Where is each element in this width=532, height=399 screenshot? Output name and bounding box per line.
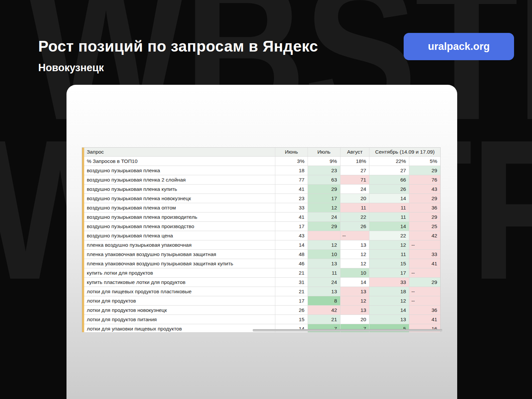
table-row: лотки для продуктов1781212-- — [82, 296, 440, 306]
query-cell: лотки для пищевых продуктов пластиковые — [82, 287, 275, 296]
query-cell: воздушно пузырьковая пленка производство — [82, 222, 275, 231]
query-cell: воздушно пузырьковая пленка производител… — [82, 212, 275, 222]
position-cell: -- — [340, 231, 370, 240]
position-cell: 20 — [340, 315, 370, 324]
page-title: Рост позиций по запросам в Яндекс — [38, 37, 318, 55]
position-cell: 29 — [409, 278, 440, 287]
table-row: пленка упаковочная воздушно пузырьковая … — [82, 259, 440, 268]
slide: WBSTR WBSTR Рост позиций по запросам в Я… — [0, 0, 532, 399]
position-cell: 13 — [340, 287, 370, 296]
position-cell: 18 — [369, 287, 409, 296]
position-cell: 14 — [369, 222, 409, 231]
position-cell: 41 — [275, 212, 308, 222]
position-cell: 76 — [409, 175, 440, 185]
position-cell: 24 — [308, 278, 340, 287]
position-cell: 43 — [409, 185, 440, 194]
position-cell: 15 — [275, 315, 308, 324]
position-cell: 42 — [308, 306, 340, 315]
query-cell: лотки для упаковки пищевых продуктов — [82, 324, 275, 332]
position-cell: -- — [409, 268, 440, 278]
position-cell: 15 — [369, 259, 409, 268]
query-cell: воздушно пузырьковая пленка купить — [82, 185, 275, 194]
table-row: воздушно пузырьковая пленка оптом3312111… — [82, 203, 440, 212]
position-cell: 13 — [340, 240, 370, 250]
position-cell: 21 — [275, 287, 308, 296]
position-cell: 8 — [308, 296, 340, 306]
position-cell: 36 — [409, 306, 440, 315]
position-cell: 12 — [369, 240, 409, 250]
query-cell: воздушно пузырьковая пленка цена — [82, 231, 275, 240]
table-row: пленка воздушно пузырьковая упаковочная1… — [82, 240, 440, 250]
position-cell: 12 — [340, 250, 370, 259]
position-cell: 46 — [275, 259, 308, 268]
position-cell: 41 — [409, 259, 440, 268]
position-cell: 12 — [340, 259, 370, 268]
position-cell: 10 — [308, 250, 340, 259]
page-subtitle: Новокузнецк — [38, 62, 104, 74]
table-row: воздушно пузырьковая пленка купить412924… — [82, 185, 440, 194]
summary-label: % Запросов в ТОП10 — [82, 157, 275, 166]
position-cell: 11 — [369, 212, 409, 222]
position-cell: 18 — [275, 166, 308, 175]
position-cell: 14 — [369, 306, 409, 315]
position-cell: 24 — [340, 185, 370, 194]
position-cell: 13 — [369, 315, 409, 324]
position-cell: 25 — [409, 222, 440, 231]
table-row: воздушно пузырьковая пленка производител… — [82, 212, 440, 222]
table-row: воздушно пузырьковая пленка 2 слойная776… — [82, 175, 440, 185]
query-cell: купить пластиковые лотки для продуктов — [82, 278, 275, 287]
query-cell: пленка упаковочная воздушно пузырьковая … — [82, 250, 275, 259]
position-cell: 29 — [308, 222, 340, 231]
query-cell: воздушно пузырьковая пленка 2 слойная — [82, 175, 275, 185]
summary-value: 9% — [308, 157, 340, 166]
table-row: пленка упаковочная воздушно пузырьковая … — [82, 250, 440, 259]
position-cell: 11 — [308, 268, 340, 278]
table-row: воздушно пузырьковая пленка1823272729 — [82, 166, 440, 175]
position-cell — [308, 231, 340, 240]
position-cell: 66 — [369, 175, 409, 185]
query-cell: лотки для продуктов новокузнецк — [82, 306, 275, 315]
summary-value: 3% — [275, 157, 308, 166]
position-cell: 17 — [369, 268, 409, 278]
site-badge[interactable]: uralpack.org — [404, 33, 514, 60]
position-cell: 12 — [340, 296, 370, 306]
position-cell: 36 — [409, 203, 440, 212]
position-cell: 77 — [275, 175, 308, 185]
header-august: Август — [340, 148, 370, 157]
position-cell: 14 — [275, 240, 308, 250]
header-september: Сентябрь (14.09 и 17.09) — [369, 148, 440, 157]
position-cell: 12 — [308, 240, 340, 250]
excel-left-strip — [82, 148, 84, 332]
header-june: Июнь — [275, 148, 308, 157]
horizontal-scrollbar[interactable] — [253, 329, 442, 332]
query-cell: купить лотки для продуктов — [82, 268, 275, 278]
position-cell: 17 — [275, 296, 308, 306]
position-cell: 31 — [275, 278, 308, 287]
position-cell: 33 — [275, 203, 308, 212]
table-row: купить пластиковые лотки для продуктов31… — [82, 278, 440, 287]
position-cell: 17 — [308, 194, 340, 203]
table-header-row: Запрос Июнь Июль Август Сентябрь (14.09 … — [82, 148, 440, 157]
position-cell: 23 — [308, 166, 340, 175]
position-cell: 29 — [409, 194, 440, 203]
site-badge-label: uralpack.org — [428, 41, 490, 53]
position-cell: 27 — [340, 166, 370, 175]
position-cell: 10 — [340, 268, 370, 278]
summary-value: 5% — [409, 157, 440, 166]
position-cell: 33 — [409, 250, 440, 259]
position-cell: 43 — [275, 231, 308, 240]
position-cell: 26 — [275, 306, 308, 315]
position-cell: 71 — [340, 175, 370, 185]
position-cell: 13 — [308, 287, 340, 296]
header-july: Июль — [308, 148, 340, 157]
position-cell: 23 — [275, 194, 308, 203]
summary-value: 18% — [340, 157, 370, 166]
position-cell: 20 — [340, 194, 370, 203]
position-cell: 12 — [308, 203, 340, 212]
position-cell: -- — [409, 240, 440, 250]
query-cell: воздушно пузырьковая пленка новокузнецк — [82, 194, 275, 203]
position-cell: 48 — [275, 250, 308, 259]
query-cell: лотки для продуктов — [82, 296, 275, 306]
query-cell: лотки для продуктов питания — [82, 315, 275, 324]
position-cell: 27 — [369, 166, 409, 175]
